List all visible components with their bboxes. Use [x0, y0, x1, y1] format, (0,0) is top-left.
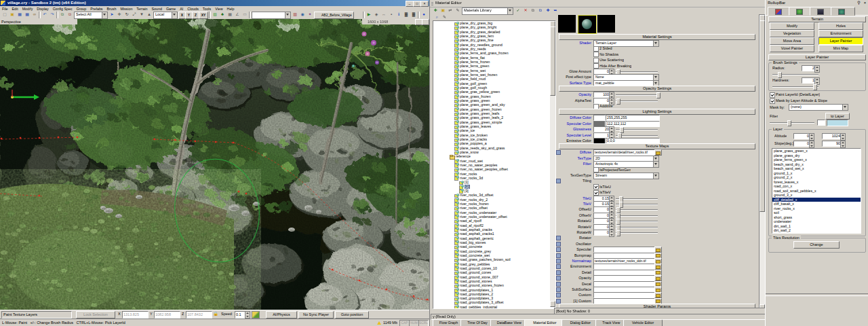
to-layer-button[interactable]: to Layer — [825, 113, 850, 120]
menu-file[interactable]: File — [0, 6, 10, 11]
delete-material-icon[interactable]: ✕ — [522, 7, 529, 14]
menu-game[interactable]: Game — [164, 6, 178, 11]
dark-icon[interactable]: ▓ — [403, 12, 410, 18]
param-slider[interactable] — [616, 69, 658, 74]
slope-min-spinner[interactable] — [809, 141, 814, 148]
info-icon[interactable]: ℹ — [395, 12, 402, 18]
db-icon[interactable]: ▥ — [292, 12, 298, 18]
filter-value-field[interactable] — [817, 120, 825, 126]
param-slider[interactable] — [616, 225, 658, 230]
param-checkbox[interactable] — [593, 63, 599, 69]
angle-snap-icon[interactable]: ∠ — [234, 12, 241, 18]
menu-view[interactable]: View — [213, 6, 224, 11]
terrain-button-voxel-painter[interactable]: Voxel Painter — [770, 45, 814, 52]
param-spinner[interactable] — [609, 230, 614, 237]
radius-field[interactable]: 2 — [802, 65, 816, 71]
scroll-down-arrow[interactable] — [550, 301, 555, 307]
param-combo[interactable]: Anisotropic 4x — [593, 161, 659, 168]
ruler-icon[interactable]: ▭ — [241, 12, 248, 18]
param-checkbox[interactable] — [593, 190, 599, 196]
unlink-icon[interactable]: ⧉ — [66, 12, 73, 18]
rotate-icon[interactable]: ↻ — [123, 12, 130, 18]
param-slider[interactable] — [616, 202, 658, 206]
lock-axis-icon[interactable]: 🔒 — [213, 311, 218, 317]
move-icon[interactable]: ✛ — [116, 12, 123, 18]
settings-section-header[interactable]: Material Settings — [559, 34, 755, 40]
slope-max-field[interactable]: 90 — [822, 141, 842, 147]
param-checkbox[interactable] — [593, 46, 599, 52]
rollupbar-title-bar[interactable]: RollupBar ⚲ × — [766, 0, 868, 6]
param-checkbox[interactable] — [593, 104, 599, 109]
lock-selection-button[interactable]: Lock Selection — [76, 311, 115, 319]
new-icon[interactable]: ▢ — [1, 12, 8, 18]
rollup-tab-3[interactable] — [831, 7, 855, 16]
dot-icon[interactable]: ● — [420, 12, 427, 18]
bottom-tab-flow-graph[interactable]: Flow Graph — [433, 319, 465, 326]
settings-section-header[interactable]: Texture Maps — [559, 143, 755, 149]
toolbar-object-combo[interactable] — [252, 12, 291, 19]
save-icon[interactable]: ▦ — [16, 12, 23, 18]
open-icon[interactable]: ▣ — [9, 12, 16, 18]
param-field[interactable]: 0 — [593, 98, 610, 104]
scale-icon[interactable]: ⤢ — [131, 12, 138, 18]
menu-terrain[interactable]: Terrain — [134, 6, 149, 11]
measure-icon[interactable]: ↔ — [380, 12, 387, 18]
pin-icon[interactable]: ⚲ — [856, 1, 861, 5]
goto-position-button[interactable]: Goto position — [335, 311, 369, 319]
viewport-maximize-icon[interactable] — [422, 19, 429, 25]
param-slider[interactable] — [616, 207, 658, 212]
hardness-slider[interactable] — [772, 84, 818, 89]
scroll-thumb[interactable] — [550, 26, 555, 96]
mask-by-layer-checkbox[interactable] — [770, 98, 775, 104]
filter-color-swatch[interactable] — [827, 120, 848, 126]
altitude-min-spinner[interactable] — [809, 133, 814, 141]
bottom-tab-time-of-day[interactable]: Time Of Day — [460, 319, 494, 326]
grid-snap-icon[interactable]: ▦ — [226, 12, 233, 18]
layer-painter-section-header[interactable]: Layer Painter — [768, 54, 866, 60]
current-layer-button[interactable]: AB2_Before_Village — [314, 12, 354, 19]
terrain-collision-icon[interactable] — [252, 311, 260, 319]
search-icon[interactable]: ⌕ — [434, 14, 440, 20]
sim-icon[interactable]: ▶ — [366, 12, 372, 18]
no-sync-player-button[interactable]: No Sync Player — [298, 311, 334, 319]
pick-material-icon[interactable]: ✎ — [454, 7, 461, 14]
param-combo[interactable]: Stream — [593, 173, 659, 179]
radius-slider[interactable] — [772, 72, 818, 77]
preview-thumb-2-selected[interactable] — [578, 15, 597, 34]
terrain-paint-icon[interactable]: ▧ — [212, 12, 218, 18]
viewport-3d[interactable]: Perspective 1600 x 1068 — [0, 19, 429, 310]
save-all-icon[interactable]: ▦ — [24, 12, 31, 18]
altitude-min-field[interactable]: 0 — [793, 133, 810, 139]
add-material-icon[interactable]: ✚ — [432, 7, 439, 14]
param-slider[interactable] — [616, 196, 658, 201]
filter-slider[interactable] — [770, 120, 814, 125]
settings-section-header[interactable]: Lighting Settings — [559, 109, 755, 115]
select-terrain-icon[interactable]: ▼ — [138, 12, 145, 18]
speed-spinner[interactable] — [245, 311, 250, 319]
menu-group[interactable]: Group — [75, 6, 89, 11]
terrain-button-environment[interactable]: Environment — [818, 30, 863, 37]
menu-mission[interactable]: Mission — [118, 6, 134, 11]
menu-brush[interactable]: Brush — [105, 6, 119, 11]
terrain-layer-item[interactable]: dirt_wall_2 — [772, 228, 861, 233]
param-slider[interactable] — [616, 133, 658, 138]
param-combo[interactable]: Terrain.Layer — [593, 40, 659, 47]
preview-thumb-3[interactable] — [597, 15, 615, 33]
dark2-icon[interactable]: ▓ — [410, 12, 417, 18]
vegetation-icon[interactable]: ♣ — [219, 12, 226, 18]
sel-object-icon[interactable]: ◉ — [299, 12, 306, 18]
param-checkbox[interactable] — [593, 52, 599, 57]
param-slider[interactable] — [616, 127, 658, 132]
axis-xy-button[interactable]: XY — [199, 12, 208, 19]
undo-icon[interactable]: ↶ — [41, 12, 48, 18]
menu-tools[interactable]: Tools — [201, 6, 213, 11]
terrain-button-move-area[interactable]: Move Area — [770, 37, 814, 45]
bottom-tab-database-view[interactable]: DataBase View — [490, 319, 528, 326]
mask-by-combo[interactable]: (none) — [789, 104, 848, 111]
slope-min-field[interactable]: 0 — [793, 141, 810, 147]
menu-edit[interactable]: Edit — [10, 6, 20, 11]
z-coord-field[interactable]: 107.8432 — [186, 311, 212, 319]
param-checkbox[interactable] — [593, 58, 599, 63]
toolbar-ref-combo[interactable]: Local — [153, 12, 178, 19]
assign-material-icon[interactable]: ✓ — [515, 7, 521, 14]
